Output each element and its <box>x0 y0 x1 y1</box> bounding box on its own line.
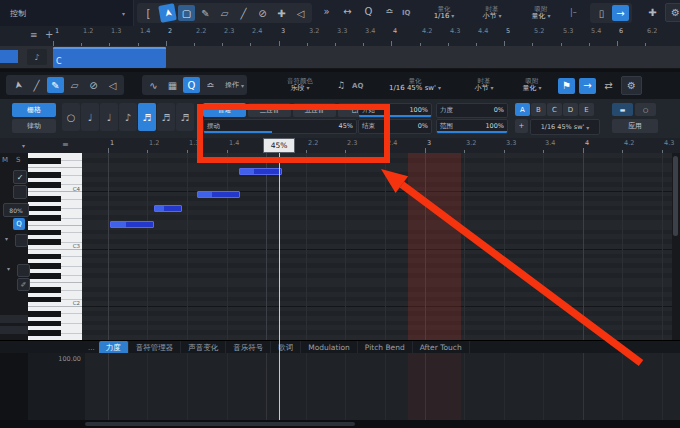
preset-button-e[interactable]: E <box>579 103 594 116</box>
chevron-down-icon[interactable]: ▾ <box>7 265 10 272</box>
mute-tool-icon[interactable]: ⊘ <box>254 5 271 21</box>
mute-column-label[interactable]: M <box>2 156 8 164</box>
flag-marker-icon[interactable]: ⚑ <box>558 78 575 94</box>
eraser-tool-icon[interactable]: ▱ <box>216 5 233 21</box>
tab-overflow[interactable]: ... <box>88 344 95 352</box>
range-bracket-icon[interactable]: [ <box>140 5 157 21</box>
snap-dropdown[interactable]: 吸附 量化▾ <box>518 2 564 24</box>
piano-keyboard[interactable]: C4C3C2 <box>28 153 82 340</box>
eighth-note-icon[interactable]: ♪ <box>119 103 137 131</box>
piano-roll-ruler[interactable]: ▾ ≡ 11.21.31.422.22.32.433.23.33.444.24.… <box>0 138 680 154</box>
thirtysecond-note-icon[interactable]: ♬ <box>157 103 175 131</box>
track-option-box[interactable] <box>13 185 27 199</box>
quantize-shape-icon[interactable]: ○ <box>635 103 656 116</box>
midi-note[interactable] <box>110 221 154 228</box>
editor-quantize-dropdown[interactable]: 量化 1/16 45% sw'▾ <box>372 74 458 96</box>
tuplet-button[interactable]: 三连音 <box>248 103 291 117</box>
track-instrument-icon-box[interactable]: ♪ <box>27 49 47 65</box>
listen-tool-icon[interactable]: ◁ <box>292 5 309 21</box>
aq-label[interactable]: AQ <box>352 82 363 90</box>
track-color-chip[interactable] <box>0 50 18 63</box>
scrollbar-thumb[interactable] <box>85 422 355 426</box>
pencil-tool-icon[interactable]: ✎ <box>197 5 214 21</box>
whole-note-icon[interactable]: ○ <box>62 103 80 131</box>
velocity-grid[interactable] <box>85 353 680 420</box>
loop-marker-icon[interactable]: |– <box>570 8 577 17</box>
midi-note[interactable] <box>197 191 240 198</box>
playhead[interactable] <box>279 138 280 420</box>
slider-start[interactable]: 开始100% <box>358 103 432 118</box>
crosshair-icon[interactable]: ✚ <box>644 5 661 21</box>
paint-tool-icon[interactable]: ✎ <box>47 77 64 93</box>
q-toggle-button[interactable]: Q <box>13 218 25 230</box>
keyboard-view-icon[interactable]: ▦ <box>164 77 181 93</box>
option-box[interactable] <box>15 234 28 247</box>
chevron-down-icon[interactable]: ▾ <box>5 235 8 242</box>
bend-marker-icon[interactable]: ≏ <box>202 77 219 93</box>
half-note-icon[interactable]: ♩ <box>81 103 99 131</box>
sixteenth-note-icon[interactable]: ♬ <box>138 103 156 131</box>
timebase-dropdown[interactable]: 时基 小节▾ <box>470 2 514 24</box>
solo-column-label[interactable]: S <box>16 156 20 164</box>
quarter-note-icon[interactable]: ♩ <box>100 103 118 131</box>
follow-cursor-icon[interactable]: → <box>579 78 596 94</box>
slider-swing[interactable]: 摆动45% <box>203 119 357 134</box>
slider-range[interactable]: 范围100% <box>436 119 508 134</box>
sixtyfourth-note-icon[interactable]: ♬ <box>176 103 194 131</box>
eraser-tool-icon[interactable]: ▱ <box>66 77 83 93</box>
cursor-tool-icon[interactable]: ➤ <box>8 75 27 95</box>
black-key[interactable] <box>28 230 61 236</box>
tuplet-button[interactable]: 普通 <box>203 103 246 117</box>
apply-button[interactable]: 应用 <box>612 119 658 133</box>
bend-marker-icon[interactable]: ≏ <box>381 3 398 19</box>
track-visible-checkbox[interactable]: ✓ <box>13 170 27 184</box>
cursor-tool-icon[interactable]: ➤ <box>158 3 177 23</box>
quantize-dropdown[interactable]: 量化 1/16▾ <box>422 2 466 24</box>
option-box[interactable] <box>17 264 30 277</box>
black-key[interactable] <box>28 330 61 336</box>
grid-mode-button[interactable]: 栅格 <box>12 103 56 117</box>
slider-velocity[interactable]: 力度0% <box>436 103 508 118</box>
editor-timebase-dropdown[interactable]: 时基 小节▾ <box>462 74 506 96</box>
black-key[interactable] <box>28 273 61 279</box>
autoscroll-icon[interactable]: » <box>318 3 335 19</box>
black-key[interactable] <box>28 182 61 188</box>
preset-button-c[interactable]: C <box>547 103 562 116</box>
horizontal-scrollbar[interactable] <box>0 420 680 428</box>
editor-toggle-icon[interactable]: ▯ <box>593 5 610 21</box>
notes-icon[interactable]: ♫ <box>337 80 345 90</box>
line-tool-icon[interactable]: ╱ <box>235 5 252 21</box>
preset-name-dropdown[interactable]: 1/16 45% sw' ▾ <box>530 119 600 135</box>
actions-menu[interactable]: 操作 ▾ <box>225 80 244 90</box>
black-key[interactable] <box>28 239 61 245</box>
follow-cursor-icon[interactable]: → <box>612 5 629 21</box>
groove-mode-button[interactable]: 律动 <box>12 119 56 133</box>
preset-button-b[interactable]: B <box>531 103 546 116</box>
black-key[interactable] <box>28 263 61 269</box>
marquee-select-icon[interactable]: ▢ <box>178 5 195 21</box>
note-grid[interactable] <box>82 153 672 340</box>
quantize-position-icon[interactable]: ▬ <box>612 103 633 116</box>
midi-note[interactable] <box>154 205 182 212</box>
add-preset-button[interactable]: + <box>515 119 528 133</box>
split-tool-icon[interactable]: ✚ <box>273 5 290 21</box>
zoom-tool-icon[interactable]: Q <box>183 77 200 93</box>
settings-gear-icon[interactable]: ⚙ <box>621 76 642 95</box>
mute-tool-icon[interactable]: ⊘ <box>85 77 102 93</box>
tuplet-button[interactable]: 五连音 <box>293 103 336 117</box>
control-menu[interactable]: 控制 ▾ <box>0 0 134 26</box>
line-tool-icon[interactable]: ╱ <box>28 77 45 93</box>
preset-button-d[interactable]: D <box>563 103 578 116</box>
wrench-button[interactable]: ✐ <box>17 278 30 291</box>
black-key[interactable] <box>28 254 61 260</box>
black-key[interactable] <box>28 206 61 212</box>
slider-end[interactable]: 结束0% <box>358 119 432 134</box>
black-key[interactable] <box>28 297 61 303</box>
black-key[interactable] <box>28 287 61 293</box>
black-key[interactable] <box>28 158 61 164</box>
default-velocity-box[interactable]: 80% <box>3 203 29 217</box>
black-key[interactable] <box>28 215 61 221</box>
black-key[interactable] <box>28 311 61 317</box>
black-key[interactable] <box>28 196 61 202</box>
settings-gear-icon[interactable]: ⚙ <box>665 3 680 22</box>
